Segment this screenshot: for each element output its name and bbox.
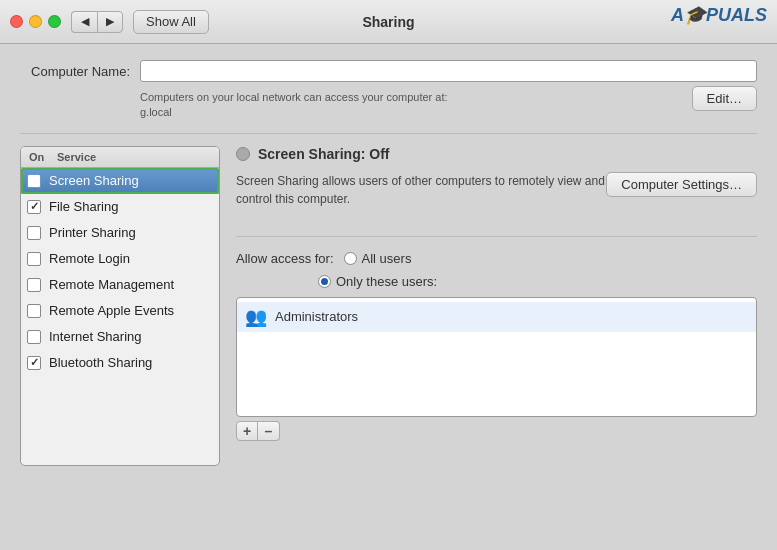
service-item-printer-sharing[interactable]: Printer Sharing: [21, 220, 219, 246]
forward-button[interactable]: ▶: [97, 11, 123, 33]
radio-circle-all[interactable]: [344, 252, 357, 265]
computer-name-label: Computer Name:: [20, 60, 130, 79]
computer-name-row: Computer Name: Computers on your local n…: [20, 60, 757, 121]
user-name-administrators: Administrators: [275, 309, 358, 324]
service-item-remote-management[interactable]: Remote Management: [21, 272, 219, 298]
service-checkbox-internet-sharing[interactable]: [27, 330, 41, 344]
radio-only-these[interactable]: Only these users:: [318, 274, 437, 289]
separator-light: [236, 236, 757, 237]
users-list: 👥 Administrators: [236, 297, 757, 417]
access-section: Allow access for: All users Only these u…: [236, 251, 757, 441]
service-checkbox-printer-sharing[interactable]: [27, 226, 41, 240]
access-label: Allow access for:: [236, 251, 334, 266]
service-item-internet-sharing[interactable]: Internet Sharing: [21, 324, 219, 350]
window-title: Sharing: [362, 14, 414, 30]
only-these-row: Only these users:: [236, 274, 757, 289]
status-row: Screen Sharing: Off: [236, 146, 757, 162]
main-content: Computer Name: Computers on your local n…: [0, 44, 777, 550]
radio-all-users[interactable]: All users: [344, 251, 412, 266]
user-item-administrators[interactable]: 👥 Administrators: [237, 302, 756, 332]
computer-name-right: Computers on your local network can acce…: [140, 60, 757, 121]
group-icon: 👥: [245, 306, 267, 328]
close-button[interactable]: [10, 15, 23, 28]
status-dot: [236, 147, 250, 161]
two-column-layout: On Service Screen Sharing File Sharing P…: [20, 146, 757, 466]
service-checkbox-bluetooth-sharing[interactable]: [27, 356, 41, 370]
back-button[interactable]: ◀: [71, 11, 97, 33]
status-text: Screen Sharing: Off: [258, 146, 389, 162]
service-name-remote-management: Remote Management: [49, 277, 174, 292]
radio-label-all: All users: [362, 251, 412, 266]
appuals-logo: A🎓PUALS: [671, 4, 767, 26]
service-name-remote-apple-events: Remote Apple Events: [49, 303, 174, 318]
service-checkbox-file-sharing[interactable]: [27, 200, 41, 214]
right-panel: Screen Sharing: Off Computer Settings… S…: [236, 146, 757, 466]
service-item-screen-sharing[interactable]: Screen Sharing: [21, 168, 219, 194]
service-name-screen-sharing: Screen Sharing: [49, 173, 139, 188]
title-bar: ◀ ▶ Show All Sharing A🎓PUALS: [0, 0, 777, 44]
edit-button[interactable]: Edit…: [692, 86, 757, 111]
service-name-printer-sharing: Printer Sharing: [49, 225, 136, 240]
service-item-remote-login[interactable]: Remote Login: [21, 246, 219, 272]
computer-name-hint: Computers on your local network can acce…: [140, 90, 448, 121]
radio-label-only-these: Only these users:: [336, 274, 437, 289]
service-checkbox-screen-sharing[interactable]: [27, 174, 41, 188]
description-area: Computer Settings… Screen Sharing allows…: [236, 172, 757, 222]
separator: [20, 133, 757, 134]
minimize-button[interactable]: [29, 15, 42, 28]
service-name-bluetooth-sharing: Bluetooth Sharing: [49, 355, 152, 370]
nav-buttons: ◀ ▶: [71, 11, 123, 33]
access-row: Allow access for: All users: [236, 251, 757, 266]
computer-settings-button[interactable]: Computer Settings…: [606, 172, 757, 197]
service-item-remote-apple-events[interactable]: Remote Apple Events: [21, 298, 219, 324]
services-header-service: Service: [57, 151, 96, 163]
service-item-file-sharing[interactable]: File Sharing: [21, 194, 219, 220]
remove-user-button[interactable]: –: [258, 421, 280, 441]
list-controls: + –: [236, 421, 757, 441]
show-all-button[interactable]: Show All: [133, 10, 209, 34]
service-checkbox-remote-management[interactable]: [27, 278, 41, 292]
service-item-bluetooth-sharing[interactable]: Bluetooth Sharing: [21, 350, 219, 376]
service-checkbox-remote-apple-events[interactable]: [27, 304, 41, 318]
service-checkbox-remote-login[interactable]: [27, 252, 41, 266]
services-header: On Service: [21, 147, 219, 168]
traffic-lights: [10, 15, 61, 28]
service-name-file-sharing: File Sharing: [49, 199, 118, 214]
radio-circle-only-these[interactable]: [318, 275, 331, 288]
add-user-button[interactable]: +: [236, 421, 258, 441]
services-header-on: On: [29, 151, 57, 163]
service-name-remote-login: Remote Login: [49, 251, 130, 266]
computer-name-input[interactable]: [140, 60, 757, 82]
fullscreen-button[interactable]: [48, 15, 61, 28]
service-name-internet-sharing: Internet Sharing: [49, 329, 142, 344]
services-panel: On Service Screen Sharing File Sharing P…: [20, 146, 220, 466]
